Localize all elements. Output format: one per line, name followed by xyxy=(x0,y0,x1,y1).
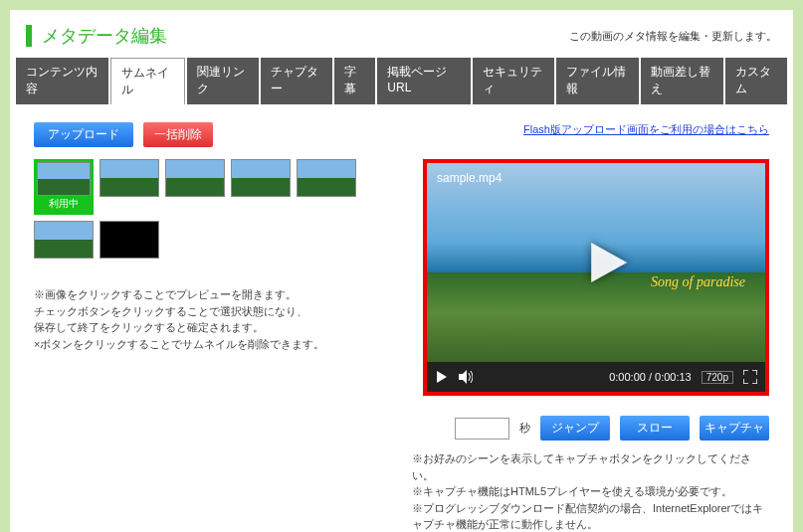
video-preview[interactable]: sample.mp4 Song of paradise xyxy=(427,163,765,362)
help-line: ※プログレッシブダウンロード配信契約の場合、InternetExplorerでは… xyxy=(412,500,769,533)
help-text-right: ※お好みのシーンを表示してキャプチャボタンをクリックしてください。 ※キャプチャ… xyxy=(412,450,769,532)
fullscreen-icon[interactable] xyxy=(743,370,757,384)
play-icon[interactable] xyxy=(435,370,449,384)
tab-page-url[interactable]: 掲載ページURL xyxy=(377,58,470,104)
seconds-label: 秒 xyxy=(519,421,530,436)
slow-button[interactable]: スロー xyxy=(620,416,690,441)
thumbnail-item[interactable] xyxy=(231,159,291,215)
video-quality-selector[interactable]: 720p xyxy=(702,371,733,384)
thumbnail-item[interactable] xyxy=(34,221,94,259)
help-line: ×ボタンをクリックすることでサムネイルを削除できます。 xyxy=(34,336,392,353)
video-time: 0:00:00 / 0:00:13 xyxy=(609,371,692,383)
svg-marker-1 xyxy=(437,371,447,383)
thumbnail-grid: 利用中 xyxy=(34,159,392,259)
tab-thumbnail[interactable]: サムネイル xyxy=(110,58,184,104)
seconds-input[interactable] xyxy=(455,418,509,440)
capture-button[interactable]: キャプチャ xyxy=(700,416,769,441)
thumbnail-image xyxy=(100,221,159,259)
bulk-delete-button[interactable]: 一括削除 xyxy=(143,122,213,147)
video-overlay-text: Song of paradise xyxy=(651,274,745,290)
thumbnail-item[interactable] xyxy=(100,159,159,215)
help-line: 保存して終了をクリックすると確定されます。 xyxy=(34,319,392,336)
help-line: ※画像をクリックすることでプレビューを開きます。 xyxy=(34,286,392,303)
thumbnail-item[interactable] xyxy=(297,159,356,215)
tab-subtitle[interactable]: 字幕 xyxy=(334,58,375,104)
help-line: ※お好みのシーンを表示してキャプチャボタンをクリックしてください。 xyxy=(412,450,769,483)
thumbnail-badge-active: 利用中 xyxy=(37,196,91,212)
tab-security[interactable]: セキュリティ xyxy=(473,58,555,104)
help-line: ※キャプチャ機能はHTML5プレイヤーを使える環境が必要です。 xyxy=(412,483,769,500)
header-note: この動画のメタ情報を編集・更新します。 xyxy=(569,29,777,44)
tab-related-links[interactable]: 関連リンク xyxy=(187,58,259,104)
thumbnail-item[interactable] xyxy=(100,221,159,259)
video-controls: 0:00:00 / 0:00:13 720p xyxy=(427,362,765,392)
page-title: メタデータ編集 xyxy=(42,24,167,48)
tab-file-info[interactable]: ファイル情報 xyxy=(556,58,639,104)
flash-upload-link[interactable]: Flash版アップロード画面をご利用の場合はこちら xyxy=(523,122,769,137)
volume-icon[interactable] xyxy=(459,370,473,384)
tab-replace-video[interactable]: 動画差し替え xyxy=(641,58,723,104)
video-filename: sample.mp4 xyxy=(437,171,502,185)
help-line: チェックボタンをクリックすることで選択状態になり、 xyxy=(34,303,392,320)
thumbnail-image xyxy=(231,159,291,197)
video-preview-frame: sample.mp4 Song of paradise 0:00:00 / 0:… xyxy=(423,159,769,396)
tab-bar: コンテンツ内容 サムネイル 関連リンク チャプター 字幕 掲載ページURL セキ… xyxy=(10,58,793,104)
thumbnail-item[interactable] xyxy=(165,159,225,215)
title-accent-bar xyxy=(26,25,32,47)
tab-chapter[interactable]: チャプター xyxy=(261,58,332,104)
thumbnail-image xyxy=(100,159,159,197)
help-text-left: ※画像をクリックすることでプレビューを開きます。 チェックボタンをクリックするこ… xyxy=(34,286,392,352)
jump-button[interactable]: ジャンプ xyxy=(540,416,610,441)
thumbnail-image xyxy=(37,162,91,196)
tab-contents[interactable]: コンテンツ内容 xyxy=(16,58,108,104)
thumbnail-image xyxy=(297,159,356,197)
upload-button[interactable]: アップロード xyxy=(34,122,133,147)
play-overlay-icon[interactable] xyxy=(579,235,635,290)
thumbnail-item[interactable]: 利用中 xyxy=(34,159,94,215)
tab-custom[interactable]: カスタム xyxy=(725,58,787,104)
thumbnail-image xyxy=(34,221,94,259)
svg-marker-2 xyxy=(459,370,467,384)
svg-marker-0 xyxy=(591,243,627,282)
thumbnail-image xyxy=(165,159,225,197)
